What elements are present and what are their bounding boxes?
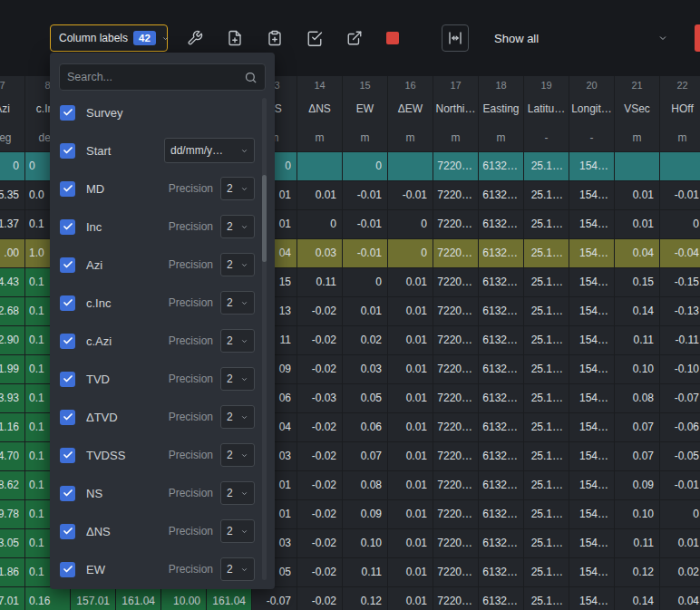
table-cell[interactable]: 7220… bbox=[433, 413, 479, 441]
table-cell[interactable]: -0.01 bbox=[343, 210, 388, 238]
table-cell[interactable]: 7220… bbox=[433, 529, 479, 557]
table-cell[interactable]: 154… bbox=[569, 181, 615, 209]
table-cell[interactable]: 0.04 bbox=[615, 239, 660, 267]
checkbox-c.Azi[interactable] bbox=[60, 334, 75, 349]
checkbox-ΔNS[interactable] bbox=[60, 524, 75, 539]
table-cell[interactable]: 7220… bbox=[433, 210, 479, 238]
checkbox-NS[interactable] bbox=[60, 486, 75, 501]
table-cell[interactable]: 0.06 bbox=[343, 413, 388, 441]
table-cell[interactable]: 6132… bbox=[479, 297, 524, 325]
table-cell[interactable]: 1.37 bbox=[0, 210, 25, 238]
table-cell[interactable]: -0.02 bbox=[297, 326, 343, 354]
table-cell[interactable]: 6132… bbox=[479, 355, 524, 383]
table-cell[interactable]: 7220… bbox=[433, 442, 479, 470]
checkbox-Survey[interactable] bbox=[60, 105, 75, 121]
column-header[interactable]: Latitu… bbox=[524, 94, 569, 123]
table-cell[interactable]: -0.02 bbox=[297, 587, 343, 610]
precision-dropdown[interactable]: 2 bbox=[220, 367, 255, 391]
scrollbar-thumb[interactable] bbox=[262, 175, 267, 262]
table-cell[interactable]: -0.02 bbox=[297, 529, 343, 557]
table-cell[interactable]: 25.1… bbox=[524, 181, 569, 209]
table-cell[interactable] bbox=[388, 152, 433, 180]
table-cell[interactable]: 5.35 bbox=[0, 181, 25, 209]
table-cell[interactable]: -0.02 bbox=[297, 297, 343, 325]
column-header[interactable]: Longit… bbox=[569, 94, 615, 123]
table-cell[interactable]: 6132… bbox=[479, 210, 524, 238]
table-cell[interactable]: 0.01 bbox=[388, 268, 433, 296]
precision-dropdown[interactable]: 2 bbox=[220, 481, 255, 505]
precision-dropdown[interactable]: 2 bbox=[220, 405, 255, 429]
table-cell[interactable]: -0.01 bbox=[660, 181, 700, 209]
table-cell[interactable]: 0.10 bbox=[615, 500, 660, 528]
table-cell[interactable]: 10.00 bbox=[161, 587, 207, 610]
table-cell[interactable]: 6132… bbox=[479, 442, 524, 470]
table-cell[interactable]: 0 bbox=[388, 210, 433, 238]
file-add-icon[interactable] bbox=[227, 30, 243, 46]
table-cell[interactable]: 3.05 bbox=[0, 529, 25, 557]
checkbox-c.Inc[interactable] bbox=[60, 295, 75, 311]
table-cell[interactable]: -0.02 bbox=[297, 500, 343, 528]
table-cell[interactable]: 154… bbox=[569, 529, 615, 557]
table-cell[interactable]: 154… bbox=[569, 500, 615, 528]
table-cell[interactable]: 6132… bbox=[479, 500, 524, 528]
precision-dropdown[interactable]: 2 bbox=[220, 443, 255, 467]
table-cell[interactable]: 0 bbox=[388, 239, 433, 267]
table-cell[interactable]: 7.01 bbox=[0, 587, 25, 610]
table-cell[interactable]: 0.01 bbox=[388, 558, 433, 586]
table-cell[interactable]: 6132… bbox=[479, 268, 524, 296]
table-cell[interactable]: 25.1… bbox=[524, 471, 569, 499]
table-cell[interactable]: 154… bbox=[569, 210, 615, 238]
table-cell[interactable]: 25.1… bbox=[524, 210, 569, 238]
table-cell[interactable]: 7220… bbox=[433, 152, 479, 180]
table-cell[interactable]: 7220… bbox=[433, 268, 479, 296]
table-cell[interactable]: 25.1… bbox=[524, 239, 569, 267]
table-cell[interactable]: 6132… bbox=[479, 558, 524, 586]
table-cell[interactable]: 6132… bbox=[479, 181, 524, 209]
table-cell[interactable]: -0.07 bbox=[660, 384, 700, 412]
table-cell[interactable]: 7220… bbox=[433, 384, 479, 412]
table-cell[interactable]: 154… bbox=[569, 558, 615, 586]
table-cell[interactable]: 154… bbox=[569, 587, 615, 610]
table-cell[interactable]: 7220… bbox=[433, 500, 479, 528]
table-cell[interactable]: -0.15 bbox=[660, 268, 700, 296]
table-cell[interactable]: -0.02 bbox=[297, 413, 343, 441]
table-cell[interactable]: 7220… bbox=[433, 471, 479, 499]
table-cell[interactable]: 154… bbox=[569, 384, 615, 412]
table-cell[interactable]: 1.86 bbox=[0, 558, 25, 586]
table-cell[interactable]: 25.1… bbox=[524, 587, 569, 610]
table-cell[interactable]: 0 bbox=[0, 152, 25, 180]
table-cell[interactable]: 0.16 bbox=[25, 587, 71, 610]
table-cell[interactable]: 0.11 bbox=[615, 529, 660, 557]
table-cell[interactable]: 25.1… bbox=[524, 384, 569, 412]
table-cell[interactable]: 0 bbox=[660, 210, 700, 238]
table-cell[interactable]: 25.1… bbox=[524, 326, 569, 354]
table-cell[interactable]: 0.01 bbox=[388, 384, 433, 412]
table-cell[interactable]: 9.78 bbox=[0, 500, 25, 528]
checkbox-Azi[interactable] bbox=[60, 257, 75, 273]
table-cell[interactable]: 0.07 bbox=[615, 442, 660, 470]
table-cell[interactable]: 0.01 bbox=[388, 471, 433, 499]
table-cell[interactable]: 7220… bbox=[433, 297, 479, 325]
table-cell[interactable]: 0.07 bbox=[615, 413, 660, 441]
table-cell[interactable]: -0.01 bbox=[660, 471, 700, 499]
table-cell[interactable]: -0.02 bbox=[297, 471, 343, 499]
table-cell[interactable]: 0.01 bbox=[297, 181, 343, 209]
table-cell[interactable]: 25.1… bbox=[524, 558, 569, 586]
clipped-red-button[interactable] bbox=[695, 24, 700, 52]
table-cell[interactable]: 4.43 bbox=[0, 268, 25, 296]
table-cell[interactable]: 1.99 bbox=[0, 355, 25, 383]
table-cell[interactable]: 0.01 bbox=[388, 413, 433, 441]
checkbox-MD[interactable] bbox=[60, 181, 75, 197]
table-cell[interactable]: 0.02 bbox=[660, 558, 700, 586]
table-cell[interactable]: .00 bbox=[0, 239, 25, 267]
precision-dropdown[interactable]: 2 bbox=[220, 291, 255, 315]
table-cell[interactable]: -0.07 bbox=[252, 587, 297, 610]
table-cell[interactable] bbox=[297, 152, 343, 180]
table-cell[interactable]: 0.14 bbox=[615, 587, 660, 610]
table-cell[interactable]: 154… bbox=[569, 442, 615, 470]
column-header[interactable]: ΔEW bbox=[388, 94, 433, 123]
table-cell[interactable]: 6132… bbox=[479, 384, 524, 412]
table-cell[interactable]: 0.07 bbox=[343, 442, 388, 470]
table-cell[interactable]: -0.02 bbox=[297, 442, 343, 470]
precision-dropdown[interactable]: 2 bbox=[220, 253, 255, 276]
